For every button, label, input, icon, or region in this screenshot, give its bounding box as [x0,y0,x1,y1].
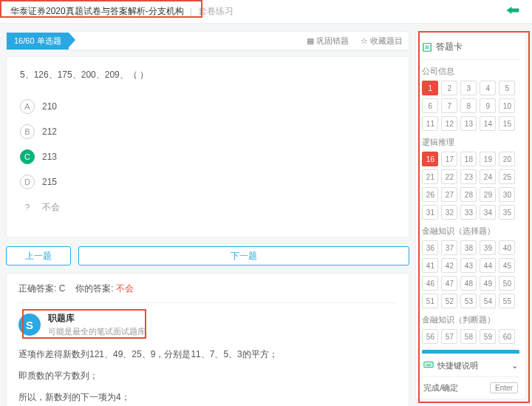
answer-cell-14[interactable]: 14 [480,116,496,131]
answer-cell-5[interactable]: 5 [499,81,515,95]
answer-cell-53[interactable]: 53 [460,294,477,308]
consolidate-button[interactable]: ▦巩固错题 [301,35,355,47]
answer-cell-9[interactable]: 9 [480,98,496,113]
answer-cell-30[interactable]: 30 [499,187,515,202]
option-text: 213 [42,152,57,162]
answer-cell-34[interactable]: 34 [480,205,496,220]
answer-cell-15[interactable]: 15 [499,116,515,131]
answer-cell-20[interactable]: 20 [499,152,515,166]
answer-cell-28[interactable]: 28 [460,187,477,202]
shortcut-row[interactable]: 快捷键说明 ⌄ [422,353,519,376]
answer-cell-43[interactable]: 43 [460,258,477,273]
option-a[interactable]: A210 [20,99,395,114]
your-value: 不会 [116,283,134,294]
answer-cell-26[interactable]: 26 [422,187,438,202]
card-header: 答题卡 [422,38,519,60]
answer-cell-44[interactable]: 44 [480,258,496,273]
section-title: 逻辑推理 [422,137,519,148]
answer-cell-35[interactable]: 35 [499,205,515,220]
answer-cell-59[interactable]: 59 [480,329,496,344]
grid-icon: ▦ [307,36,314,46]
answer-cell-16[interactable]: 16 [422,152,438,166]
answer-cell-37[interactable]: 37 [441,240,457,255]
brand-name: 职题库 [48,312,146,325]
answer-cell-55[interactable]: 55 [499,294,515,308]
answer-cell-22[interactable]: 22 [441,169,457,184]
answer-cell-10[interactable]: 10 [499,98,515,113]
answer-cell-7[interactable]: 7 [441,98,457,113]
answer-cell-48[interactable]: 48 [460,276,477,291]
section-title: 金融知识（判断题） [422,314,519,325]
answer-cell-13[interactable]: 13 [460,116,477,131]
answer-cell-38[interactable]: 38 [460,240,477,255]
chevron-down-icon: ⌄ [511,361,518,371]
answer-cell-27[interactable]: 27 [441,187,457,202]
answer-cell-18[interactable]: 18 [460,152,477,166]
enter-key: Enter [490,382,518,393]
answer-cell-41[interactable]: 41 [422,258,438,273]
question-tag: 16/60 单选题 [7,33,69,50]
answer-cell-50[interactable]: 50 [499,276,515,291]
brand-row[interactable]: S 职题库 可能是最全的笔试面试题库 [18,312,397,337]
answer-cell-21[interactable]: 21 [422,169,438,184]
option-unknown[interactable]: ?不会 [20,200,395,214]
answer-cell-17[interactable]: 17 [441,152,457,166]
next-button[interactable]: 下一题 [78,246,409,265]
answer-cell-46[interactable]: 46 [422,276,438,291]
answer-cell-4[interactable]: 4 [480,81,496,95]
brand-logo-icon: S [18,314,41,336]
exp-line: 逐项作差得新数列121、49、25、9，分别是11、7、5、3的平方； [18,348,397,362]
answer-cell-45[interactable]: 45 [499,258,515,273]
section-title: 金融知识（选择题） [422,226,519,237]
answer-cell-47[interactable]: 47 [441,276,457,291]
answer-cell-29[interactable]: 29 [480,187,496,202]
exp-line: 所以，新数列的下一项为4； [18,390,397,405]
svg-rect-1 [424,362,433,368]
answer-cell-52[interactable]: 52 [441,294,457,308]
answer-cell-23[interactable]: 23 [460,169,477,184]
answer-cell-19[interactable]: 19 [480,152,496,166]
option-text: 不会 [42,201,60,214]
answer-card: 答题卡 公司信息 123456789101112131415 逻辑推理 1617… [415,31,526,399]
answer-cell-24[interactable]: 24 [480,169,496,184]
answer-cell-11[interactable]: 11 [422,116,438,131]
answer-cell-2[interactable]: 2 [441,81,457,95]
answer-cell-49[interactable]: 49 [480,276,496,291]
answer-cell-25[interactable]: 25 [499,169,515,184]
answer-cell-1[interactable]: 1 [422,81,438,95]
answer-cell-32[interactable]: 32 [441,205,457,220]
question-icon: ? [20,200,35,214]
option-c[interactable]: C213 [20,149,395,164]
answer-cell-39[interactable]: 39 [480,240,496,255]
answer-cell-54[interactable]: 54 [480,294,496,308]
question-text: 5、126、175、200、209、（ ） [20,69,395,81]
answer-cell-56[interactable]: 56 [422,329,438,344]
brand-desc: 可能是最全的笔试面试题库 [48,326,146,337]
answer-cell-31[interactable]: 31 [422,205,438,220]
option-letter: A [20,99,35,114]
answer-cell-40[interactable]: 40 [499,240,515,255]
option-letter: B [20,124,35,139]
explanation: 逐项作差得新数列121、49、25、9，分别是11、7、5、3的平方； 即质数的… [18,348,397,406]
page-title: 华泰证券2020真题试卷与答案解析-分支机构 [10,5,184,18]
answer-cell-36[interactable]: 36 [422,240,438,255]
back-icon[interactable] [505,4,520,19]
answer-cell-42[interactable]: 42 [441,258,457,273]
option-letter: D [20,175,35,189]
mode-label: 套卷练习 [198,5,233,18]
option-letter: C [20,149,35,164]
answer-cell-33[interactable]: 33 [460,205,477,220]
answer-cell-8[interactable]: 8 [460,98,477,113]
option-b[interactable]: B212 [20,124,395,139]
prev-button[interactable]: 上一题 [6,246,71,265]
answer-cell-60[interactable]: 60 [499,329,515,344]
option-d[interactable]: D215 [20,175,395,189]
answer-cell-3[interactable]: 3 [460,81,477,95]
correct-value: C [59,283,66,294]
answer-cell-12[interactable]: 12 [441,116,457,131]
answer-cell-51[interactable]: 51 [422,294,438,308]
answer-cell-58[interactable]: 58 [460,329,477,344]
answer-cell-57[interactable]: 57 [441,329,457,344]
favorite-button[interactable]: ☆收藏题目 [355,35,409,47]
answer-cell-6[interactable]: 6 [422,98,438,113]
